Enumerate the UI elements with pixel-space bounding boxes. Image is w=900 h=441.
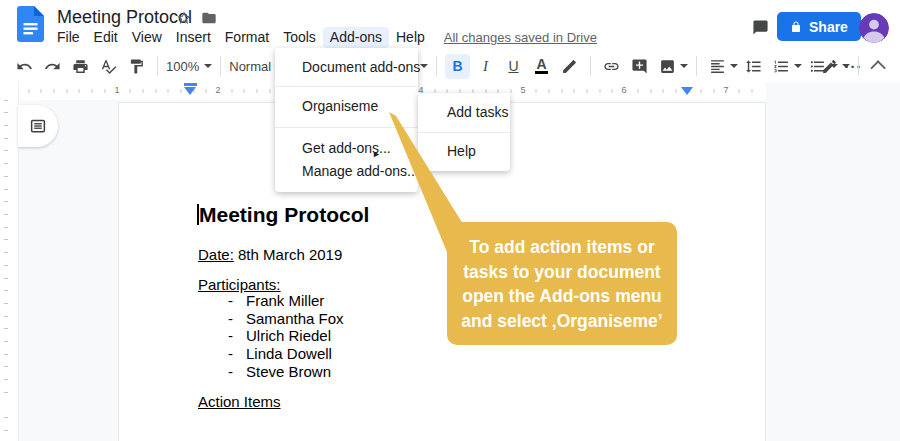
print-icon: [72, 58, 89, 75]
highlight-color-button[interactable]: [557, 54, 582, 79]
menu-item-document-add-ons[interactable]: Document add-ons: [275, 56, 418, 78]
save-status-link[interactable]: All changes saved in Drive: [444, 30, 597, 45]
first-line-indent-marker[interactable]: [184, 83, 197, 86]
list-item: -Ulrich Riedel: [228, 327, 344, 345]
menu-format[interactable]: Format: [218, 27, 276, 48]
chevron-down-icon: [204, 64, 212, 68]
numbered-list-button[interactable]: [769, 54, 802, 79]
comments-button[interactable]: [748, 15, 773, 40]
document-outline-icon: [29, 117, 47, 135]
dash-bullet: -: [228, 345, 246, 362]
underline-label: U: [508, 58, 518, 74]
insert-link-button[interactable]: [599, 54, 624, 79]
callout-line: To add action items or: [469, 235, 654, 260]
star-icon[interactable]: [176, 10, 192, 26]
chevron-down-icon: [794, 64, 802, 68]
toolbar-left-group: 100% Normal text: [12, 53, 309, 79]
menu-view[interactable]: View: [125, 27, 169, 48]
ruler-number: 6: [618, 85, 629, 96]
print-button[interactable]: [68, 54, 93, 79]
menu-item-manage-add-ons[interactable]: Manage add-ons...: [275, 160, 418, 182]
account-avatar[interactable]: [859, 13, 889, 43]
add-comment-button[interactable]: [627, 54, 652, 79]
align-left-icon: [709, 58, 726, 75]
dash-bullet: -: [228, 310, 246, 327]
chevron-down-icon: [730, 64, 738, 68]
zoom-select[interactable]: 100%: [166, 59, 212, 74]
toolbar-right-group: B I U A: [420, 53, 866, 79]
paint-format-button[interactable]: [124, 54, 149, 79]
right-indent-marker[interactable]: [681, 87, 693, 95]
menu-help[interactable]: Help: [389, 27, 432, 48]
chevron-up-icon: [870, 60, 886, 76]
editing-mode-button[interactable]: [817, 54, 850, 79]
menu-divider: [275, 127, 418, 128]
submenu-item-help[interactable]: Help: [418, 140, 510, 162]
font-size-chevron-icon[interactable]: [420, 64, 428, 68]
highlighter-icon: [561, 58, 578, 75]
italic-button[interactable]: I: [473, 54, 498, 79]
callout-tooltip: To add action items or tasks to your doc…: [447, 222, 677, 345]
menu-edit[interactable]: Edit: [87, 27, 125, 48]
redo-button[interactable]: [40, 54, 65, 79]
action-items-label: Action Items: [198, 393, 281, 410]
paint-format-icon: [128, 58, 145, 75]
toolbar-divider: [858, 56, 859, 76]
numbered-list-icon: [773, 58, 790, 75]
doc-heading: Meeting Protocol: [197, 203, 369, 227]
docs-logo-icon[interactable]: [17, 6, 44, 42]
add-ons-dropdown-menu: Document add-ons Organiseme ► Get add-on…: [275, 48, 418, 192]
menu-file[interactable]: File: [50, 27, 87, 48]
insert-image-button[interactable]: [655, 54, 688, 79]
left-indent-marker[interactable]: [184, 87, 196, 95]
pencil-icon: [821, 58, 838, 75]
hide-menus-button[interactable]: [867, 54, 892, 79]
document-title[interactable]: Meeting Protocol: [57, 7, 192, 28]
menu-tools[interactable]: Tools: [276, 27, 323, 48]
underline-button[interactable]: U: [501, 54, 526, 79]
ruler-ticks: [4, 88, 8, 441]
submenu-item-add-tasks[interactable]: Add tasks: [418, 101, 510, 123]
line-spacing-button[interactable]: [741, 54, 766, 79]
redo-icon: [44, 58, 61, 75]
image-icon: [659, 58, 676, 75]
vertical-ruler: [0, 82, 19, 441]
participants-label: Participants:: [198, 276, 281, 293]
spellcheck-button[interactable]: [96, 54, 121, 79]
text-color-button[interactable]: A: [529, 54, 554, 79]
zoom-value: 100%: [166, 59, 199, 74]
move-to-folder-icon[interactable]: [201, 10, 217, 26]
menu-item-get-add-ons[interactable]: Get add-ons...: [275, 137, 418, 159]
header: Meeting Protocol File Edit View Insert F…: [0, 0, 900, 50]
show-outline-button[interactable]: [18, 105, 58, 147]
line-spacing-icon: [745, 58, 762, 75]
toolbar-divider: [157, 56, 158, 76]
menu-bar: File Edit View Insert Format Tools Add-o…: [50, 27, 597, 48]
comment-icon: [752, 19, 769, 36]
chevron-down-icon: [842, 64, 850, 68]
toolbar-end-group: [817, 53, 892, 79]
menu-item-organiseme[interactable]: Organiseme ►: [275, 95, 418, 117]
lock-icon: [790, 21, 802, 33]
callout-line: tasks to your document: [463, 260, 660, 285]
text-color-label: A: [536, 58, 546, 70]
align-button[interactable]: [705, 54, 738, 79]
menu-insert[interactable]: Insert: [169, 27, 218, 48]
menu-add-ons[interactable]: Add-ons: [323, 27, 389, 48]
menu-divider: [418, 132, 510, 133]
toolbar-divider: [590, 56, 591, 76]
dash-bullet: -: [228, 363, 246, 380]
callout-line: open the Add-ons menu: [462, 284, 662, 309]
participants-list: -Frank Miller -Samantha Fox -Ulrich Ried…: [228, 292, 344, 380]
italic-label: I: [483, 58, 488, 75]
list-item: -Samantha Fox: [228, 310, 344, 328]
undo-icon: [16, 58, 33, 75]
bold-button[interactable]: B: [445, 54, 470, 79]
undo-button[interactable]: [12, 54, 37, 79]
date-value: 8th March 2019: [238, 246, 342, 263]
title-actions: [176, 10, 217, 26]
ruler-number: 1: [111, 85, 122, 96]
share-button[interactable]: Share: [777, 12, 861, 41]
spellcheck-icon: [100, 58, 117, 75]
bold-label: B: [452, 58, 462, 74]
